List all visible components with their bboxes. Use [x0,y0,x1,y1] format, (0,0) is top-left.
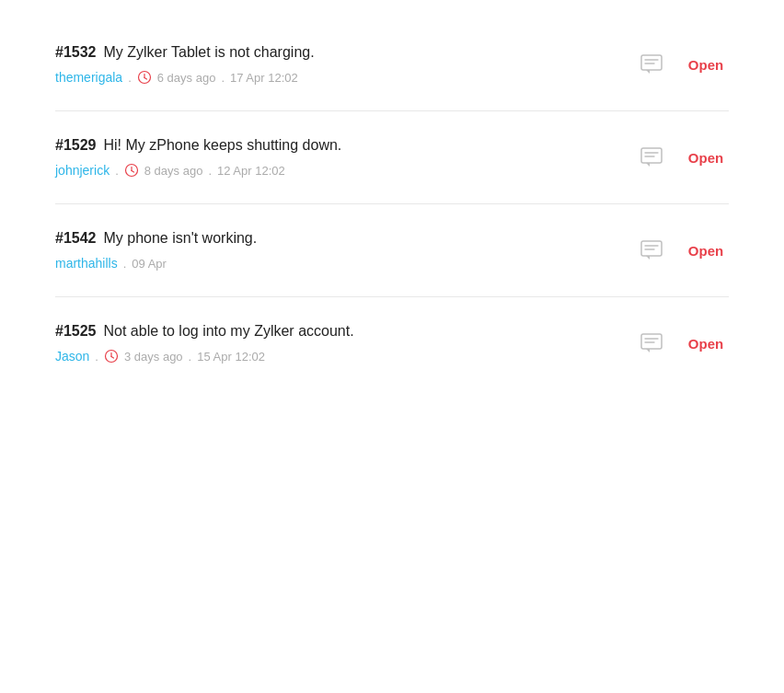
chat-icon[interactable] [639,237,664,263]
ticket-actions: Open [639,330,729,356]
clock-icon [104,349,119,364]
ticket-date: 15 Apr 12:02 [197,350,265,364]
svg-line-20 [111,357,114,359]
ticket-meta: themerigala . 6 days ago . 17 Apr 12:02 [55,70,639,85]
chat-icon[interactable] [639,52,664,77]
ticket-row: #1532 My Zylker Tablet is not charging. … [55,18,729,111]
ticket-info: #1529 Hi! My zPhone keeps shutting down.… [55,137,639,178]
meta-separator: . [95,350,98,364]
ticket-title-row: #1525 Not able to log into my Zylker acc… [55,323,639,340]
ticket-age: 8 days ago [144,164,203,178]
ticket-row: #1525 Not able to log into my Zylker acc… [55,297,729,389]
ticket-id: #1529 [55,137,97,154]
ticket-list: #1532 My Zylker Tablet is not charging. … [0,0,784,408]
meta-separator-2: . [221,71,225,85]
ticket-date: 09 Apr [132,257,167,271]
ticket-date: 17 Apr 12:02 [230,71,298,85]
ticket-title-row: #1529 Hi! My zPhone keeps shutting down. [55,137,639,154]
svg-line-9 [132,171,134,173]
ticket-status: Open [683,336,729,352]
meta-separator: . [115,164,119,178]
meta-separator-2: . [189,350,192,364]
ticket-meta: marthahills . 09 Apr [55,256,639,271]
chat-icon[interactable] [639,330,664,356]
ticket-author[interactable]: Jason [55,349,89,364]
ticket-author[interactable]: themerigala [55,70,122,85]
ticket-id: #1542 [55,230,97,247]
ticket-row: #1542 My phone isn't working. marthahill… [55,204,729,297]
svg-rect-3 [641,55,662,70]
ticket-title-row: #1542 My phone isn't working. [55,230,639,247]
meta-separator-2: . [208,164,212,178]
ticket-actions: Open [639,237,729,263]
ticket-id: #1532 [55,44,97,61]
clock-icon [137,70,152,85]
ticket-info: #1525 Not able to log into my Zylker acc… [55,323,639,364]
chat-icon[interactable] [639,144,664,170]
ticket-info: #1542 My phone isn't working. marthahill… [55,230,639,271]
ticket-id: #1525 [55,323,97,340]
ticket-author[interactable]: johnjerick [55,163,110,178]
ticket-actions: Open [639,52,729,77]
svg-rect-10 [641,148,662,163]
ticket-author[interactable]: marthahills [55,256,118,271]
ticket-meta: johnjerick . 8 days ago . 12 Apr 12:02 [55,163,639,178]
meta-separator: . [128,71,132,85]
ticket-title: Hi! My zPhone keeps shutting down. [104,137,342,154]
ticket-title: Not able to log into my Zylker account. [104,323,354,340]
svg-line-2 [144,78,147,80]
ticket-title-row: #1532 My Zylker Tablet is not charging. [55,44,639,61]
ticket-status: Open [683,150,729,166]
ticket-title: My phone isn't working. [104,230,258,247]
ticket-meta: Jason . 3 days ago . 15 Apr 12:02 [55,349,639,364]
ticket-age: 6 days ago [157,71,216,85]
svg-rect-14 [641,241,662,256]
ticket-status: Open [683,57,729,73]
ticket-row: #1529 Hi! My zPhone keeps shutting down.… [55,111,729,204]
ticket-date: 12 Apr 12:02 [217,164,285,178]
ticket-age: 3 days ago [124,350,183,364]
clock-icon [124,163,139,178]
svg-rect-21 [641,334,662,349]
meta-separator: . [123,257,127,271]
ticket-info: #1532 My Zylker Tablet is not charging. … [55,44,639,85]
ticket-actions: Open [639,144,729,170]
ticket-status: Open [683,243,729,259]
ticket-title: My Zylker Tablet is not charging. [104,44,315,61]
